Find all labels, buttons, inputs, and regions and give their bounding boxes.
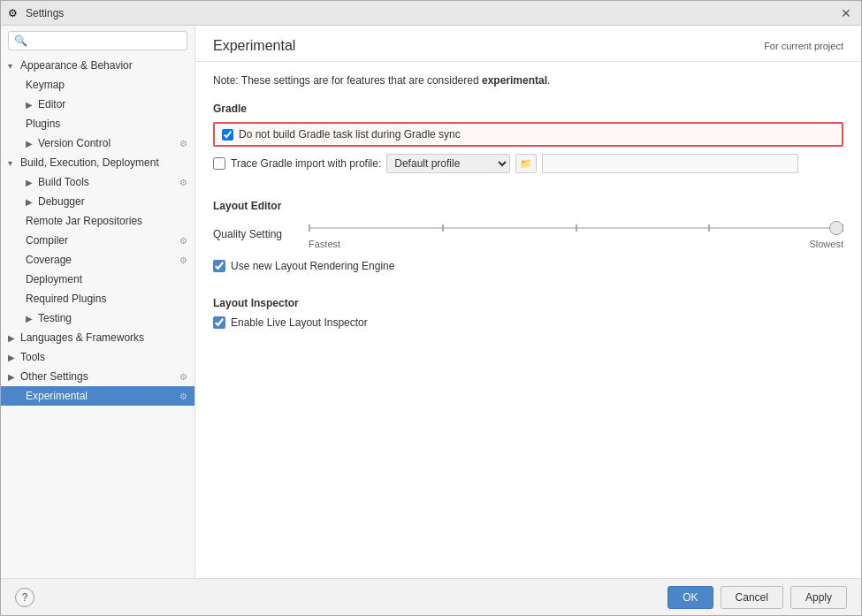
folder-button[interactable]: 📁 bbox=[515, 154, 537, 173]
gear-icon: ⚙ bbox=[179, 178, 187, 187]
trace-gradle-label[interactable]: Trace Gradle import with profile: bbox=[231, 157, 381, 170]
chevron-right-icon: ▶ bbox=[8, 333, 17, 343]
page-title: Experimental bbox=[213, 38, 295, 54]
trace-gradle-row: Trace Gradle import with profile: Defaul… bbox=[213, 154, 843, 173]
profile-select[interactable]: Default profile bbox=[386, 154, 510, 173]
sidebar-item-label: Required Plugins bbox=[26, 293, 106, 305]
sidebar-item-remote-jar[interactable]: Remote Jar Repositories bbox=[1, 211, 195, 231]
chevron-right-icon: ▶ bbox=[26, 100, 34, 110]
gear-icon: ⚙ bbox=[179, 372, 187, 382]
sidebar-item-required-plugins[interactable]: Required Plugins bbox=[1, 289, 195, 308]
sidebar-item-label: Editor bbox=[38, 98, 65, 110]
sidebar-item-label: Other Settings bbox=[20, 370, 88, 383]
sidebar-item-label: Remote Jar Repositories bbox=[26, 215, 142, 227]
chevron-down-icon: ▾ bbox=[8, 61, 17, 71]
chevron-right-icon: ▶ bbox=[26, 314, 34, 323]
sidebar-item-coverage[interactable]: Coverage ⚙ bbox=[1, 250, 195, 270]
sidebar-item-experimental[interactable]: Experimental ⚙ bbox=[1, 386, 195, 406]
chevron-down-icon: ▾ bbox=[8, 158, 17, 168]
do-not-build-row: Do not build Gradle task list during Gra… bbox=[213, 122, 843, 147]
slider-ticks bbox=[309, 219, 843, 237]
slider-track bbox=[309, 219, 843, 237]
sidebar-item-other-settings[interactable]: ▶ Other Settings ⚙ bbox=[1, 367, 195, 386]
layout-editor-label: Layout Editor bbox=[213, 200, 843, 212]
sidebar-item-label: Deployment bbox=[26, 273, 82, 285]
main-header: Experimental For current project bbox=[195, 26, 861, 62]
tick-2 bbox=[442, 224, 444, 232]
bottom-bar: ? OK Cancel Apply bbox=[1, 578, 861, 615]
trace-controls: Default profile 📁 bbox=[386, 154, 798, 173]
slider-labels: Fastest Slowest bbox=[309, 239, 843, 249]
ok-button[interactable]: OK bbox=[667, 586, 713, 609]
sidebar-item-build-tools[interactable]: ▶ Build Tools ⚙ bbox=[1, 172, 195, 192]
enable-live-inspector-row: Enable Live Layout Inspector bbox=[213, 316, 843, 329]
do-not-build-checkbox[interactable] bbox=[222, 129, 233, 141]
enable-live-inspector-label[interactable]: Enable Live Layout Inspector bbox=[231, 316, 368, 329]
quality-setting-row: Quality Setting bbox=[213, 219, 843, 249]
layout-inspector-label: Layout Inspector bbox=[213, 297, 843, 309]
sidebar-item-version-control[interactable]: ▶ Version Control ⚙ bbox=[1, 133, 195, 153]
sidebar-item-label: Tools bbox=[20, 351, 45, 363]
sidebar-item-testing[interactable]: ▶ Testing bbox=[1, 308, 195, 328]
content-area: 🔍 ▾ Appearance & Behavior Keymap ▶ Edito… bbox=[1, 26, 861, 578]
quality-label: Quality Setting bbox=[213, 228, 301, 240]
sidebar-item-label: Debugger bbox=[38, 195, 85, 208]
trace-gradle-checkbox[interactable] bbox=[213, 157, 225, 170]
search-box[interactable]: 🔍 bbox=[8, 31, 187, 50]
main-panel: Experimental For current project Note: T… bbox=[195, 26, 861, 578]
note-bold: experimental bbox=[482, 74, 547, 87]
sidebar-item-languages[interactable]: ▶ Languages & Frameworks bbox=[1, 328, 195, 347]
window-title: Settings bbox=[26, 7, 838, 19]
chevron-right-icon: ▶ bbox=[8, 372, 17, 382]
sidebar-item-label: Experimental bbox=[26, 390, 88, 402]
do-not-build-label[interactable]: Do not build Gradle task list during Gra… bbox=[239, 128, 461, 141]
action-buttons: OK Cancel Apply bbox=[667, 586, 847, 609]
sidebar-item-label: Coverage bbox=[26, 254, 72, 266]
sidebar-item-plugins[interactable]: Plugins bbox=[1, 114, 195, 133]
sidebar-item-appearance[interactable]: ▾ Appearance & Behavior bbox=[1, 56, 195, 75]
sidebar-item-editor[interactable]: ▶ Editor bbox=[1, 95, 195, 114]
sidebar-item-label: Version Control bbox=[38, 137, 111, 149]
sidebar-item-debugger[interactable]: ▶ Debugger bbox=[1, 192, 195, 211]
sidebar-item-compiler[interactable]: Compiler ⚙ bbox=[1, 231, 195, 250]
close-button[interactable]: ✕ bbox=[838, 5, 854, 21]
use-new-engine-label[interactable]: Use new Layout Rendering Engine bbox=[231, 260, 394, 272]
sidebar-item-label: Languages & Frameworks bbox=[20, 331, 144, 344]
note-suffix: . bbox=[547, 74, 550, 87]
sidebar-item-label: Build, Execution, Deployment bbox=[20, 156, 159, 169]
profile-path-field bbox=[542, 154, 798, 173]
for-current-project-link[interactable]: For current project bbox=[764, 41, 843, 51]
title-bar: ⚙ Settings ✕ bbox=[1, 1, 861, 26]
sidebar-item-keymap[interactable]: Keymap bbox=[1, 75, 195, 95]
sidebar-item-label: Testing bbox=[38, 312, 72, 324]
tick-4 bbox=[708, 224, 710, 232]
layout-inspector-divider bbox=[213, 281, 843, 288]
help-button[interactable]: ? bbox=[15, 588, 34, 607]
cancel-button[interactable]: Cancel bbox=[721, 586, 783, 609]
tick-3 bbox=[576, 224, 577, 232]
apply-button[interactable]: Apply bbox=[790, 586, 847, 609]
main-body: Note: These settings are for features th… bbox=[195, 62, 861, 578]
enable-live-inspector-checkbox[interactable] bbox=[213, 316, 225, 329]
sidebar-item-tools[interactable]: ▶ Tools bbox=[1, 347, 195, 367]
search-input[interactable] bbox=[31, 34, 181, 47]
settings-icon: ⚙ bbox=[8, 7, 20, 19]
gear-icon: ⚙ bbox=[179, 392, 187, 401]
gear-icon: ⚙ bbox=[179, 139, 187, 148]
sidebar: 🔍 ▾ Appearance & Behavior Keymap ▶ Edito… bbox=[1, 26, 195, 578]
gear-icon: ⚙ bbox=[179, 255, 187, 265]
experimental-note: Note: These settings are for features th… bbox=[213, 72, 843, 88]
sidebar-item-deployment[interactable]: Deployment bbox=[1, 270, 195, 289]
use-new-engine-checkbox[interactable] bbox=[213, 260, 225, 272]
sidebar-item-build-execution[interactable]: ▾ Build, Execution, Deployment bbox=[1, 153, 195, 172]
sidebar-item-label: Build Tools bbox=[38, 176, 89, 188]
sidebar-item-label: Keymap bbox=[26, 79, 65, 91]
slider-thumb[interactable] bbox=[829, 221, 843, 235]
settings-window: ⚙ Settings ✕ 🔍 ▾ Appearance & Behavior K… bbox=[0, 0, 862, 616]
search-icon: 🔍 bbox=[14, 34, 27, 47]
gear-icon: ⚙ bbox=[179, 236, 187, 246]
sidebar-item-label: Compiler bbox=[26, 234, 68, 247]
gradle-section-label: Gradle bbox=[213, 103, 843, 115]
chevron-right-icon: ▶ bbox=[26, 139, 34, 148]
use-new-engine-row: Use new Layout Rendering Engine bbox=[213, 260, 843, 272]
